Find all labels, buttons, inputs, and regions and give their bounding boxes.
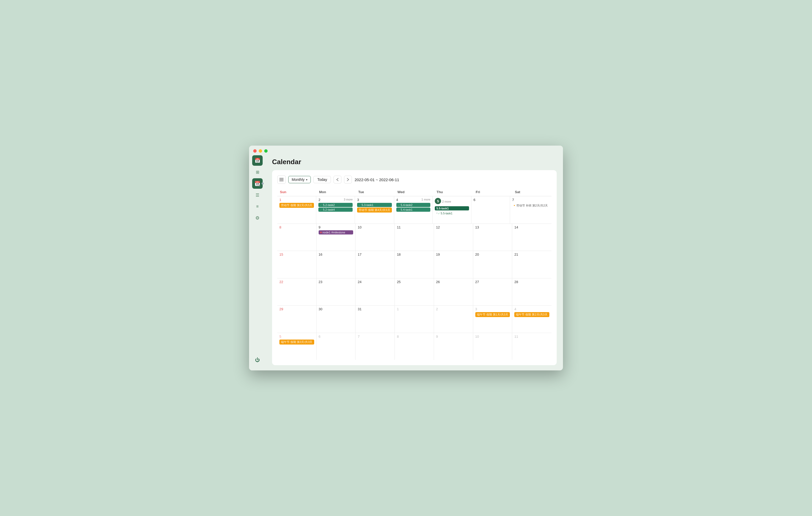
day-number: 12 (436, 225, 471, 229)
day-cell[interactable]: 30 (317, 306, 356, 333)
day-number: 16 (319, 252, 353, 256)
day-cell[interactable]: 4 端午节 假期 第2天/共3天 (512, 306, 551, 333)
day-cell[interactable]: 15 (277, 251, 317, 278)
today-button[interactable]: Today (313, 176, 331, 183)
maximize-button[interactable] (264, 149, 268, 153)
day-number: 23 (319, 280, 353, 284)
day-cell[interactable]: 5 2 more 5.5-task1 • ✓5.5-task1 (433, 196, 471, 223)
day-number: 26 (436, 280, 471, 284)
day-cell[interactable]: 10 (355, 224, 395, 251)
event-chip[interactable]: 劳动节 补班 第2天/共2天 (512, 203, 549, 208)
day-cell[interactable]: 24 (355, 278, 395, 306)
settings-icon: ⚙ (255, 215, 260, 221)
day-number: 30 (319, 307, 353, 311)
day-cell[interactable]: 17 (355, 251, 395, 278)
day-number: 3 (357, 198, 392, 202)
day-cell[interactable]: 25 (395, 278, 434, 306)
day-cell[interactable]: 19 (434, 251, 473, 278)
prev-button[interactable] (334, 176, 341, 183)
day-cell[interactable]: 3 端午节 假期 第1天/共3天 (473, 306, 513, 333)
day-cell[interactable]: 23 (317, 278, 356, 306)
day-number: 11 (397, 225, 432, 229)
date-range: 2022-05-01 ~ 2022-06-11 (354, 178, 399, 182)
day-cell[interactable]: 1 劳动节 假期 第2天/共5天 (277, 196, 316, 223)
day-cell[interactable]: 3 ✓ 5.3-task1 劳动节 假期 第4天/共5天 (355, 196, 394, 223)
close-button[interactable] (253, 149, 257, 153)
event-chip[interactable]: 端午节 假期 第1天/共3天 (475, 312, 510, 317)
event-chip[interactable]: • ✓5.5-task1 (435, 211, 469, 216)
list2-icon: ≡ (256, 204, 258, 209)
day-cell[interactable]: 7 (355, 333, 395, 360)
day-cell[interactable]: 2 3 more ✓ 5.2-task2 ✓ 5.2-task4 (316, 196, 355, 223)
day-cell[interactable]: 2 (434, 306, 473, 333)
event-chip[interactable]: 端午节 假期 第3天/共3天 (280, 339, 314, 344)
day-cell[interactable]: 20 (473, 251, 513, 278)
day-cell[interactable]: 11 (395, 224, 434, 251)
sidebar-item-calendar-app[interactable]: 📅 (252, 155, 263, 166)
day-cell[interactable]: 14 (512, 224, 551, 251)
sidebar-item-list[interactable]: ☰ (252, 190, 263, 200)
event-chip[interactable]: 劳动节 假期 第4天/共5天 (357, 208, 392, 213)
day-cell[interactable]: 8 (395, 333, 434, 360)
minimize-button[interactable] (259, 149, 262, 153)
sidebar-item-settings[interactable]: ⚙ (252, 213, 263, 223)
event-chip[interactable]: ✓ 5.4-task1 (396, 208, 431, 212)
day-cell[interactable]: 12 (434, 224, 473, 251)
day-cell[interactable]: 11 (512, 333, 551, 360)
app-window: 📅 ⊞ 📆 ☰ ≡ ⚙ ⏻ Calendar (249, 146, 563, 370)
day-cell[interactable]: 6 (317, 333, 356, 360)
day-cell[interactable]: 1 (395, 306, 434, 333)
day-cell[interactable]: 22 (277, 278, 317, 306)
day-cell[interactable]: 26 (434, 278, 473, 306)
day-cell[interactable]: 4 1 more ✓ 5.4-task2 ✓ 5.4-task1 (394, 196, 433, 223)
sidebar-item-list2[interactable]: ≡ (252, 201, 263, 212)
header-thu: Thu (434, 188, 473, 196)
svg-rect-0 (280, 178, 284, 179)
sidebar-item-calendar[interactable]: 📆 (252, 178, 263, 189)
day-number: 31 (357, 307, 393, 311)
next-button[interactable] (344, 176, 352, 183)
list-view-toggle[interactable] (277, 175, 286, 184)
header-mon: Mon (317, 188, 356, 196)
day-number: 20 (475, 252, 510, 256)
event-chip[interactable]: ✓ 5.3-task1 (357, 203, 392, 207)
sidebar-item-grid[interactable]: ⊞ (252, 167, 263, 177)
day-number: 6 (319, 335, 353, 338)
day-cell[interactable]: 7 劳动节 补班 第2天/共2天 (510, 196, 551, 223)
day-number: 14 (514, 225, 549, 229)
day-number: 7 (512, 198, 549, 202)
main-content: Calendar Monthly ▾ Today (266, 153, 563, 370)
more-label: 2 more (442, 200, 451, 203)
day-cell[interactable]: 28 (512, 278, 551, 306)
event-chip[interactable]: ✓ 5.2-task2 (318, 203, 353, 207)
day-cell[interactable]: 29 (277, 306, 317, 333)
event-chip[interactable]: 5.5-task1 (435, 206, 469, 210)
day-cell[interactable]: 9 ■ node1 #milestone (317, 224, 356, 251)
event-chip[interactable]: ✓ 5.4-task2 (396, 203, 431, 207)
day-number: 28 (514, 280, 549, 284)
event-chip[interactable]: ✓ 5.2-task4 (318, 208, 353, 212)
day-cell[interactable]: 21 (512, 251, 551, 278)
day-cell[interactable]: 5 端午节 假期 第3天/共3天 (277, 333, 317, 360)
day-number: 9 (319, 225, 353, 229)
day-number: 8 (397, 335, 432, 338)
day-cell[interactable]: 10 (473, 333, 513, 360)
day-cell[interactable]: 13 (473, 224, 513, 251)
more-label: 1 more (422, 198, 430, 201)
day-cell[interactable]: 16 (317, 251, 356, 278)
day-cell[interactable]: 27 (473, 278, 513, 306)
day-cell[interactable]: 9 (434, 333, 473, 360)
event-chip[interactable]: 端午节 假期 第2天/共3天 (514, 312, 549, 317)
event-chip[interactable]: 劳动节 假期 第2天/共5天 (280, 203, 314, 208)
event-chip[interactable]: ■ node1 #milestone (319, 230, 353, 235)
sidebar: 📅 ⊞ 📆 ☰ ≡ ⚙ ⏻ (249, 153, 266, 370)
day-cell[interactable]: 18 (395, 251, 434, 278)
view-select[interactable]: Monthly ▾ (288, 176, 311, 183)
header-sat: Sat (512, 188, 551, 196)
day-cell[interactable]: 6 (471, 196, 510, 223)
day-cell[interactable]: 31 (355, 306, 395, 333)
day-cell[interactable]: 8 (277, 224, 317, 251)
sidebar-item-power[interactable]: ⏻ (252, 355, 263, 365)
day-number: 2 (436, 307, 471, 311)
day-number-today: 5 (435, 198, 441, 204)
